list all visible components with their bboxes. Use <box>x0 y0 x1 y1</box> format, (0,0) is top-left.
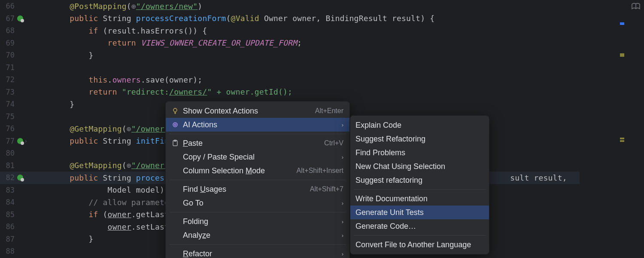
menu-item-label: Generate Unit Tests <box>355 208 483 217</box>
code-line-66[interactable]: 66 @PostMapping(⊕"/owners/new") <box>0 0 580 12</box>
menu-item-suggest-refactoring[interactable]: Suggest Refactoring <box>350 132 489 146</box>
menu-item-label: Column Selection Mode <box>183 166 297 175</box>
menu-item-label: Explain Code <box>355 121 483 130</box>
svg-point-0 <box>173 108 177 112</box>
menu-item-label: Paste <box>183 139 324 148</box>
globe-icon: ⊕ <box>127 161 131 170</box>
chevron-right-icon: › <box>342 218 343 225</box>
menu-item-label: Generate Code… <box>355 222 483 231</box>
line-number: 83 <box>0 186 17 194</box>
svg-point-1 <box>173 123 177 127</box>
line-number: 88 <box>0 247 17 255</box>
code-line-73[interactable]: 73 return "redirect:/owners/" + owner.ge… <box>0 86 580 98</box>
menu-item-folding[interactable]: Folding› <box>166 215 349 228</box>
menu-separator <box>169 244 346 245</box>
menu-item-convert-file-to-another-language[interactable]: Convert File to Another Language <box>350 238 489 252</box>
menu-item-label: Find Problems <box>355 148 483 157</box>
menu-item-find-usages[interactable]: Find UsagesAlt+Shift+7 <box>166 182 349 196</box>
menu-item-find-problems[interactable]: Find Problems <box>350 146 489 160</box>
reader-mode-icon[interactable] <box>631 3 641 12</box>
line-number: 67 <box>0 14 17 23</box>
menu-item-label: Find Usages <box>183 185 310 194</box>
annotation: @PostMapping <box>70 2 126 11</box>
menu-item-label: Go To <box>183 199 338 208</box>
marker[interactable] <box>620 55 624 57</box>
bulb-icon <box>171 108 179 114</box>
line-number: 66 <box>0 2 17 10</box>
marker[interactable] <box>620 138 624 139</box>
menu-item-generate-code[interactable]: Generate Code… <box>350 219 489 233</box>
menu-item-show-context-actions[interactable]: Show Context ActionsAlt+Enter <box>166 104 349 118</box>
menu-item-column-selection-mode[interactable]: Column Selection ModeAlt+Shift+Insert <box>166 164 349 178</box>
line-number: 77 <box>0 137 17 145</box>
line-number: 84 <box>0 198 17 206</box>
menu-item-label: New Chat Using Selection <box>355 162 483 171</box>
menu-item-label: Show Context Actions <box>183 107 315 116</box>
spring-bean-icon[interactable] <box>17 175 23 181</box>
context-menu[interactable]: Show Context ActionsAlt+EnterAI Actions›… <box>165 101 350 258</box>
menu-separator <box>354 235 486 236</box>
line-number: 68 <box>0 26 17 35</box>
line-number: 74 <box>0 100 17 108</box>
svg-point-2 <box>174 124 176 126</box>
code-line-67[interactable]: 67 public String processCreationForm(@Va… <box>0 12 580 25</box>
menu-separator <box>169 134 346 134</box>
line-number: 76 <box>0 124 17 133</box>
chevron-right-icon: › <box>342 154 343 160</box>
menu-item-label: Suggest refactoring <box>355 176 483 185</box>
chevron-right-icon: › <box>342 122 343 128</box>
chevron-right-icon: › <box>342 251 343 257</box>
code-line-70[interactable]: 70 } <box>0 49 580 61</box>
line-number: 85 <box>0 210 17 219</box>
menu-separator <box>354 189 486 190</box>
menu-item-generate-unit-tests[interactable]: Generate Unit Tests <box>350 206 489 219</box>
menu-item-explain-code[interactable]: Explain Code <box>350 118 489 132</box>
menu-item-go-to[interactable]: Go To› <box>166 196 349 210</box>
code-line-68[interactable]: 68 if (result.hasErrors()) { <box>0 25 580 37</box>
line-number: 73 <box>0 88 17 96</box>
line-number: 70 <box>0 51 17 59</box>
menu-item-ai-actions[interactable]: AI Actions› <box>166 118 349 132</box>
line-number: 81 <box>0 161 17 170</box>
error-stripe[interactable] <box>619 0 625 258</box>
menu-item-copy-paste-special[interactable]: Copy / Paste Special› <box>166 150 349 164</box>
code-line-71[interactable]: 71 <box>0 61 580 74</box>
line-number: 69 <box>0 39 17 47</box>
marker[interactable] <box>620 140 624 142</box>
menu-item-analyze[interactable]: Analyze› <box>166 228 349 242</box>
menu-shortcut: Alt+Shift+7 <box>310 185 343 193</box>
chevron-right-icon[interactable]: › <box>24 138 27 144</box>
spring-bean-icon[interactable] <box>17 138 23 144</box>
chevron-right-icon: › <box>342 232 343 239</box>
line-number: 86 <box>0 222 17 231</box>
line-number: 82 <box>0 173 17 182</box>
menu-separator <box>169 212 346 212</box>
menu-item-refactor[interactable]: Refactor› <box>166 247 349 258</box>
paste-icon <box>171 140 179 147</box>
menu-item-label: Write Documentation <box>355 194 483 203</box>
line-number: 80 <box>0 149 17 157</box>
menu-shortcut: Ctrl+V <box>324 139 343 147</box>
menu-item-label: Convert File to Another Language <box>355 240 483 249</box>
line-number: 71 <box>0 63 17 72</box>
ai-actions-submenu[interactable]: Explain CodeSuggest RefactoringFind Prob… <box>350 115 489 255</box>
menu-item-label: AI Actions <box>183 120 338 129</box>
menu-item-suggest-refactoring[interactable]: Suggest refactoring <box>350 173 489 187</box>
menu-item-paste[interactable]: PasteCtrl+V <box>166 136 349 150</box>
line-number: 75 <box>0 112 17 121</box>
marker[interactable] <box>620 22 624 25</box>
line-number: 72 <box>0 75 17 84</box>
menu-item-label: Copy / Paste Special <box>183 153 338 162</box>
menu-item-label: Suggest Refactoring <box>355 135 483 144</box>
globe-icon: ⊕ <box>131 2 136 11</box>
line-number: 87 <box>0 235 17 243</box>
menu-item-new-chat-using-selection[interactable]: New Chat Using Selection <box>350 160 489 173</box>
menu-item-label: Folding <box>183 217 338 226</box>
code-line-69[interactable]: 69 return VIEWS_OWNER_CREATE_OR_UPDATE_F… <box>0 37 580 49</box>
globe-icon: ⊕ <box>127 124 131 133</box>
menu-item-write-documentation[interactable]: Write Documentation <box>350 192 489 206</box>
menu-item-label: Refactor <box>183 249 338 258</box>
code-line-72[interactable]: 72 this.owners.save(owner); <box>0 74 580 86</box>
ai-icon <box>171 121 179 128</box>
spring-bean-icon[interactable] <box>17 15 23 22</box>
